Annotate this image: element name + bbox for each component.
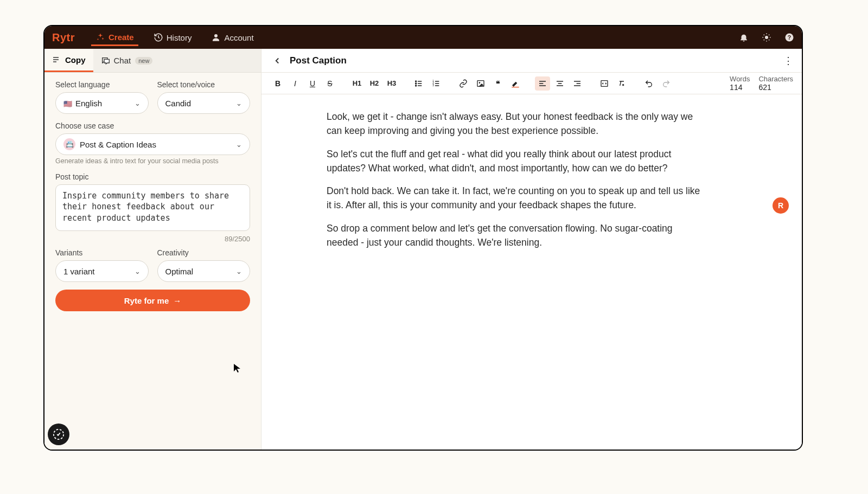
redo-button[interactable] — [659, 76, 674, 91]
align-right-button[interactable] — [570, 76, 585, 91]
tab-label: Chat — [114, 56, 131, 65]
align-center-icon — [556, 79, 564, 88]
arrow-left-icon — [272, 56, 282, 66]
svg-point-17 — [416, 83, 417, 84]
h1-button[interactable]: H1 — [349, 76, 365, 91]
tone-value: Candid — [165, 99, 192, 108]
variants-value: 1 variant — [63, 267, 95, 276]
svg-point-0 — [214, 34, 218, 37]
italic-button[interactable]: I — [288, 76, 303, 91]
paragraph[interactable]: So let's cut the fluff and get real - wh… — [327, 147, 706, 176]
tab-copy[interactable]: Copy — [44, 49, 93, 72]
underline-button[interactable]: U — [305, 76, 320, 91]
rytr-fab[interactable]: R — [773, 197, 789, 214]
generate-button[interactable]: Ryte for me → — [55, 290, 250, 311]
post-icon: 📇 — [63, 138, 75, 150]
paragraph[interactable]: So drop a comment below and let's get th… — [327, 221, 706, 250]
highlight-icon — [511, 79, 520, 88]
usecase-hint: Generate ideas & intro text for your soc… — [55, 157, 250, 165]
back-button[interactable] — [270, 54, 284, 68]
svg-point-28 — [479, 82, 481, 84]
chevron-down-icon: ⌄ — [135, 267, 141, 275]
paragraph[interactable]: Don't hold back. We can take it. In fact… — [327, 184, 706, 213]
arrow-right-icon: → — [173, 296, 181, 305]
theme-icon[interactable] — [762, 33, 771, 42]
nav-account[interactable]: Account — [207, 29, 258, 46]
language-label: Select language — [55, 80, 149, 89]
char-counter: 89/2500 — [55, 235, 250, 243]
undo-icon — [644, 79, 653, 88]
chevron-down-icon: ⌄ — [236, 267, 242, 275]
language-value: English — [75, 99, 102, 108]
topic-input[interactable] — [55, 184, 250, 231]
image-button[interactable] — [473, 76, 488, 91]
left-tabs: Copy Chat new — [44, 49, 261, 73]
right-panel: Post Caption ⋮ B I U S H1 H2 H3 123 — [261, 49, 802, 450]
creativity-select[interactable]: Optimal ⌄ — [157, 260, 251, 282]
link-button[interactable] — [456, 76, 471, 91]
svg-rect-29 — [512, 87, 519, 87]
svg-point-1 — [765, 36, 768, 39]
paragraph[interactable]: Look, we get it - change isn't always ea… — [327, 110, 706, 138]
bell-icon[interactable] — [739, 33, 749, 42]
doc-stats: Words 114 Characters 621 — [730, 75, 793, 92]
creativity-label: Creativity — [157, 248, 251, 257]
tone-select[interactable]: Candid ⌄ — [157, 92, 251, 114]
undo-button[interactable] — [641, 76, 656, 91]
svg-text:?: ? — [788, 34, 791, 41]
h2-button[interactable]: H2 — [367, 76, 382, 91]
align-right-icon — [573, 79, 582, 88]
strike-button[interactable]: S — [322, 76, 337, 91]
flag-icon: 🇺🇸 — [63, 100, 72, 108]
editor-toolbar: B I U S H1 H2 H3 123 — [261, 73, 802, 94]
nav-history[interactable]: History — [149, 29, 196, 46]
bullet-list-button[interactable] — [411, 76, 426, 91]
words-value: 114 — [730, 83, 750, 92]
chevron-down-icon: ⌄ — [236, 140, 242, 149]
top-header: Rytr Create History Account — [44, 26, 802, 49]
variants-select[interactable]: 1 variant ⌄ — [55, 260, 149, 282]
code-block-button[interactable] — [597, 76, 612, 91]
ordered-list-button[interactable]: 123 — [429, 76, 444, 91]
usecase-select[interactable]: 📇 Post & Caption Ideas ⌄ — [55, 133, 250, 155]
body: Copy Chat new Select language 🇺🇸English — [44, 49, 802, 450]
header-right: ? — [739, 33, 794, 42]
svg-text:3: 3 — [432, 84, 434, 87]
usecase-value: Post & Caption Ideas — [80, 140, 156, 149]
chevron-down-icon: ⌄ — [236, 99, 242, 107]
nav-label: Create — [108, 33, 134, 42]
bold-button[interactable]: B — [270, 76, 285, 91]
image-icon — [476, 79, 485, 88]
align-left-icon — [538, 79, 547, 88]
accessibility-icon — [53, 428, 65, 440]
highlight-button[interactable] — [508, 76, 523, 91]
tab-chat[interactable]: Chat new — [93, 49, 161, 72]
language-select[interactable]: 🇺🇸English ⌄ — [55, 92, 149, 114]
nav-label: Account — [224, 33, 253, 42]
tone-label: Select tone/voice — [157, 80, 251, 89]
ordered-list-icon: 123 — [432, 79, 441, 88]
topic-label: Post topic — [55, 172, 250, 181]
creativity-value: Optimal — [165, 267, 194, 276]
history-icon — [154, 33, 163, 42]
app-frame: Rytr Create History Account — [43, 25, 803, 451]
svg-point-19 — [416, 85, 417, 86]
align-center-button[interactable] — [552, 76, 567, 91]
align-left-button[interactable] — [535, 76, 550, 91]
more-menu[interactable]: ⋮ — [783, 55, 793, 67]
h3-button[interactable]: H3 — [384, 76, 399, 91]
chevron-down-icon: ⌄ — [135, 99, 141, 107]
chat-icon — [101, 56, 110, 65]
left-panel: Copy Chat new Select language 🇺🇸English — [44, 49, 261, 450]
sparkle-icon — [95, 33, 105, 42]
help-icon[interactable]: ? — [784, 33, 794, 42]
accessibility-widget[interactable] — [48, 424, 69, 445]
cta-label: Ryte for me — [124, 296, 169, 305]
clear-icon — [617, 79, 626, 88]
editor-area[interactable]: Look, we get it - change isn't always ea… — [261, 94, 802, 450]
list-icon — [52, 55, 61, 64]
nav-create[interactable]: Create — [91, 29, 138, 46]
clear-format-button[interactable] — [614, 76, 629, 91]
quote-button[interactable]: ❝ — [490, 76, 506, 91]
tab-label: Copy — [65, 55, 86, 65]
